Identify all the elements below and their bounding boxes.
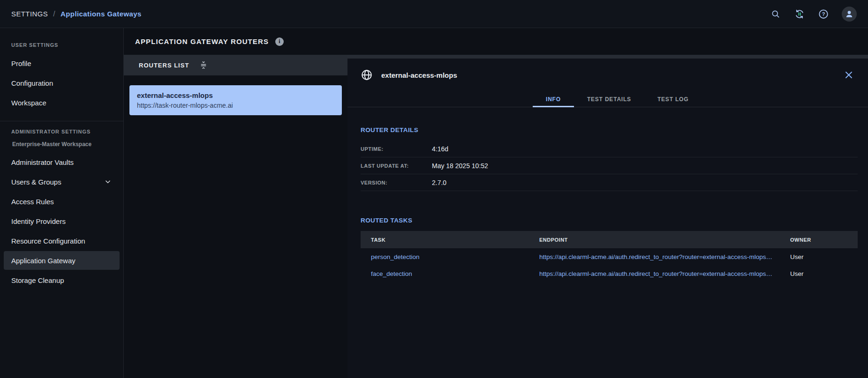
owner-value: User <box>780 253 858 260</box>
sidebar-item-application-gateway[interactable]: Application Gateway <box>4 251 120 270</box>
routed-tasks-section: ROUTED TASKS TASK ENDPOINT OWNER person_… <box>361 216 858 282</box>
sidebar-item-access-rules[interactable]: Access Rules <box>0 192 123 211</box>
last-update-value: May 18 2025 10:52 <box>432 162 488 170</box>
detail-row-version: VERSION: 2.7.0 <box>361 174 858 191</box>
last-update-label: LAST UPDATE AT: <box>361 163 432 169</box>
uptime-label: UPTIME: <box>361 146 432 152</box>
detail-content: ROUTER DETAILS UPTIME: 4:16d LAST UPDATE… <box>347 107 868 282</box>
panel-top-strip <box>347 55 868 59</box>
breadcrumb-settings[interactable]: SETTINGS <box>11 10 48 18</box>
endpoint-link[interactable]: https://api.clearml-acme.ai/auth.redirec… <box>529 270 780 277</box>
router-details-heading: ROUTER DETAILS <box>361 126 858 134</box>
application-gateways-page: SETTINGS / Applications Gateways <box>0 0 868 378</box>
settings-sidebar: USER SETTINGS Profile Configuration Work… <box>0 28 124 378</box>
sidebar-item-configuration[interactable]: Configuration <box>0 73 123 93</box>
breadcrumb: SETTINGS / Applications Gateways <box>11 10 142 18</box>
detail-row-uptime: UPTIME: 4:16d <box>361 141 858 157</box>
router-detail-panel: external-access-mlops INFO TEST DETAILS … <box>347 55 868 378</box>
sidebar-item-identity-providers[interactable]: Identity Providers <box>0 211 123 231</box>
sidebar-item-users-groups[interactable]: Users & Groups <box>0 172 123 192</box>
detail-title: external-access-mlops <box>381 71 457 79</box>
page-title: APPLICATION GATEWAY ROUTERS <box>135 37 269 45</box>
svg-text:?: ? <box>822 11 825 16</box>
info-icon[interactable]: i <box>275 37 284 46</box>
breadcrumb-separator: / <box>53 10 55 18</box>
tab-info[interactable]: INFO <box>533 91 574 107</box>
sidebar-item-resource-configuration[interactable]: Resource Configuration <box>0 231 123 251</box>
endpoint-link[interactable]: https://api.clearml-acme.ai/auth.redirec… <box>529 253 780 260</box>
column-header-task: TASK <box>361 237 529 243</box>
routed-tasks-heading: ROUTED TASKS <box>361 216 858 225</box>
tab-test-details[interactable]: TEST DETAILS <box>574 91 644 107</box>
detail-header: external-access-mlops <box>347 59 868 91</box>
router-list-item[interactable]: external-access-mlops https://task-route… <box>129 85 342 115</box>
main-content: APPLICATION GATEWAY ROUTERS i ROUTERS LI… <box>124 28 868 378</box>
routers-list: external-access-mlops https://task-route… <box>124 75 347 115</box>
sidebar-item-administrator-vaults[interactable]: Administrator Vaults <box>0 152 123 172</box>
table-header-row: TASK ENDPOINT OWNER <box>361 231 858 248</box>
top-bar: SETTINGS / Applications Gateways <box>0 0 868 28</box>
routed-tasks-table: TASK ENDPOINT OWNER person_detection htt… <box>361 231 858 282</box>
close-icon[interactable] <box>844 70 854 80</box>
help-icon[interactable]: ? <box>818 8 829 20</box>
chevron-down-icon[interactable] <box>104 178 112 186</box>
topbar-actions: ? <box>770 7 857 22</box>
page-header: APPLICATION GATEWAY ROUTERS i <box>124 28 868 55</box>
sidebar-item-storage-cleanup[interactable]: Storage Cleanup <box>0 270 123 290</box>
detail-row-last-update: LAST UPDATE AT: May 18 2025 10:52 <box>361 157 858 174</box>
user-avatar-icon[interactable] <box>842 7 857 22</box>
search-icon[interactable] <box>770 8 781 20</box>
owner-value: User <box>780 270 858 277</box>
table-row: person_detection https://api.clearml-acm… <box>361 248 858 265</box>
task-link[interactable]: face_detection <box>361 270 529 277</box>
column-header-owner: OWNER <box>780 237 858 243</box>
router-url: https://task-router-mlops-acme.ai <box>137 102 334 109</box>
sync-pause-icon[interactable] <box>794 8 805 20</box>
collapse-rows-icon[interactable] <box>199 60 208 70</box>
version-label: VERSION: <box>361 180 432 185</box>
routers-list-panel: ROUTERS LIST external-acces <box>124 55 347 378</box>
task-link[interactable]: person_detection <box>361 253 529 260</box>
sidebar-divider <box>0 121 123 121</box>
column-header-endpoint: ENDPOINT <box>529 237 780 243</box>
admin-workspace-subtitle: Enterprise-Master Workspace <box>0 140 123 148</box>
sidebar-item-profile[interactable]: Profile <box>0 53 123 73</box>
table-row: face_detection https://api.clearml-acme.… <box>361 265 858 282</box>
sidebar-item-workspace[interactable]: Workspace <box>0 93 123 112</box>
detail-tabs: INFO TEST DETAILS TEST LOG <box>347 91 868 107</box>
admin-settings-header: ADMINISTRATOR SETTINGS <box>0 127 123 136</box>
breadcrumb-current: Applications Gateways <box>60 10 142 18</box>
router-name: external-access-mlops <box>137 91 334 99</box>
user-settings-header: USER SETTINGS <box>0 40 123 50</box>
routers-list-title: ROUTERS LIST <box>139 62 189 69</box>
globe-icon <box>361 69 373 81</box>
version-value: 2.7.0 <box>432 179 446 186</box>
uptime-value: 4:16d <box>432 145 448 153</box>
tab-test-log[interactable]: TEST LOG <box>644 91 702 107</box>
routers-list-header: ROUTERS LIST <box>124 55 347 75</box>
